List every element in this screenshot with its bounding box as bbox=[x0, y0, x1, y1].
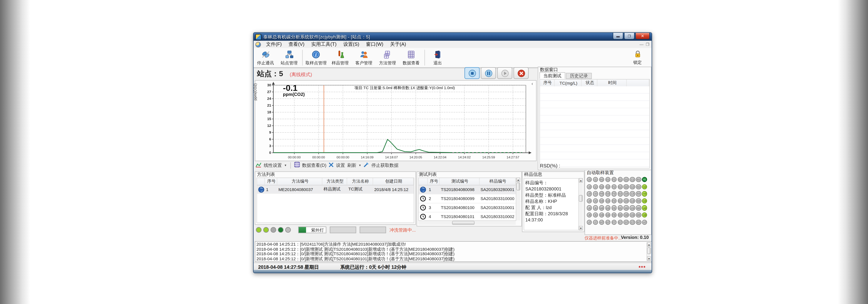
abort-button[interactable] bbox=[514, 67, 529, 79]
well-A7[interactable]: A7 bbox=[642, 219, 647, 225]
well-E5[interactable]: E5 bbox=[618, 205, 623, 210]
linear-settings-caret-icon[interactable]: ▼ bbox=[284, 164, 287, 167]
well-F6[interactable]: F6 bbox=[611, 212, 617, 218]
well-J6[interactable]: J6 bbox=[587, 212, 592, 218]
toolbar-button-样品管理[interactable]: 样品管理 bbox=[329, 48, 352, 67]
mdi-child-control-0[interactable]: — bbox=[640, 42, 644, 46]
test-row[interactable]: 3TS201804080100SA201803310001 bbox=[419, 203, 516, 212]
well-C4[interactable]: C4 bbox=[630, 198, 635, 203]
test-row[interactable]: 1TS201804080098SA201803280001 bbox=[419, 185, 516, 194]
scroll-up-icon[interactable]: ▲ bbox=[579, 178, 583, 182]
well-E7[interactable]: E7 bbox=[618, 219, 623, 225]
well-J2[interactable]: J2 bbox=[587, 184, 592, 189]
pause-button[interactable] bbox=[481, 67, 496, 79]
well-F1[interactable]: F1 bbox=[611, 177, 617, 182]
scroll-up-icon[interactable]: ▲ bbox=[516, 177, 520, 182]
stop-fetch-button[interactable]: 停止获取数据 bbox=[371, 162, 399, 168]
chart-refresh-button[interactable]: 刷新 bbox=[347, 162, 356, 168]
well-H1[interactable]: H1 bbox=[599, 177, 604, 182]
well-I6[interactable]: I6 bbox=[593, 212, 598, 218]
well-I1[interactable]: I1 bbox=[593, 177, 598, 182]
test-list-hscrollbar[interactable] bbox=[418, 220, 516, 225]
well-F4[interactable]: F4 bbox=[611, 198, 617, 203]
scroll-down-icon[interactable]: ▼ bbox=[647, 256, 651, 261]
well-A2[interactable]: A2 bbox=[642, 184, 647, 189]
well-E2[interactable]: E2 bbox=[618, 184, 623, 189]
well-H5[interactable]: H5 bbox=[599, 205, 604, 210]
well-C6[interactable]: C6 bbox=[630, 212, 635, 218]
well-I5[interactable]: I5 bbox=[593, 205, 598, 210]
well-D6[interactable]: D6 bbox=[624, 212, 629, 218]
lock-button[interactable]: 锁定 bbox=[626, 48, 649, 67]
test-row[interactable]: 2TS201804080099SA201803310000 bbox=[419, 194, 516, 203]
menu-item-3[interactable]: 设置(S) bbox=[340, 41, 363, 48]
tab-历史记录[interactable]: 历史记录 bbox=[566, 73, 592, 79]
well-H6[interactable]: H6 bbox=[599, 212, 604, 218]
well-G2[interactable]: G2 bbox=[605, 184, 611, 189]
well-D4[interactable]: D4 bbox=[624, 198, 629, 203]
well-J4[interactable]: J4 bbox=[587, 198, 592, 203]
well-I3[interactable]: I3 bbox=[593, 191, 598, 197]
mdi-child-control-1[interactable]: ❐ bbox=[646, 42, 649, 47]
well-C1[interactable]: C1 bbox=[630, 177, 635, 182]
well-C5[interactable]: C5 bbox=[630, 205, 635, 210]
well-B3[interactable]: B3 bbox=[636, 191, 641, 197]
well-B7[interactable]: B7 bbox=[636, 219, 641, 225]
well-G4[interactable]: G4 bbox=[605, 198, 611, 203]
well-B4[interactable]: B4 bbox=[636, 198, 641, 203]
toolbar-button-数据查看[interactable]: 数据查看 bbox=[399, 48, 423, 67]
well-F5[interactable]: F5 bbox=[611, 205, 617, 210]
well-E3[interactable]: E3 bbox=[618, 191, 623, 197]
test-list-vscrollbar[interactable]: ▲ bbox=[516, 177, 520, 220]
close-button[interactable]: ✕ bbox=[635, 33, 650, 40]
chart-data-view-button[interactable]: 数据查看(D) bbox=[302, 162, 327, 168]
menu-item-2[interactable]: 实用工具(T) bbox=[308, 41, 340, 48]
sample-info-vscrollbar[interactable]: ▲ ▼ bbox=[578, 178, 583, 230]
well-C3[interactable]: C3 bbox=[630, 191, 635, 197]
well-F7[interactable]: F7 bbox=[611, 219, 617, 225]
scroll-down-icon[interactable]: ▼ bbox=[579, 226, 583, 230]
well-J5[interactable]: J5 bbox=[587, 205, 592, 210]
well-C7[interactable]: C7 bbox=[630, 219, 635, 225]
menu-item-4[interactable]: 窗口(W) bbox=[363, 41, 386, 48]
linear-settings-button[interactable]: 线性设置 bbox=[264, 162, 282, 168]
tab-当前测试[interactable]: 当前测试 bbox=[539, 72, 565, 79]
test-row[interactable]: 4TS201804080101SA201803310002 bbox=[419, 212, 516, 221]
well-I7[interactable]: I7 bbox=[593, 219, 598, 225]
maximize-button[interactable]: ❐ bbox=[624, 33, 634, 40]
well-A5[interactable]: A5 bbox=[642, 205, 647, 210]
toolbar-button-站点管理[interactable]: 站点管理 bbox=[277, 48, 301, 67]
well-G5[interactable]: G5 bbox=[605, 205, 611, 210]
chart-settings-button[interactable]: 设置 bbox=[336, 162, 345, 168]
well-A6[interactable]: A6 bbox=[642, 212, 647, 218]
menu-item-5[interactable]: 关于(A) bbox=[386, 41, 409, 48]
refresh-caret-icon[interactable]: ▼ bbox=[359, 164, 361, 167]
well-B1[interactable]: B1 bbox=[636, 177, 641, 182]
well-H3[interactable]: H3 bbox=[599, 191, 604, 197]
scroll-up-icon[interactable]: ▲ bbox=[647, 242, 651, 247]
well-A1[interactable]: A1 bbox=[642, 177, 647, 182]
well-B2[interactable]: B2 bbox=[636, 184, 641, 189]
well-B6[interactable]: B6 bbox=[636, 212, 641, 218]
well-F2[interactable]: F2 bbox=[611, 184, 617, 189]
well-J7[interactable]: J7 bbox=[587, 219, 592, 225]
well-H4[interactable]: H4 bbox=[599, 198, 604, 203]
well-H2[interactable]: H2 bbox=[599, 184, 604, 189]
well-D2[interactable]: D2 bbox=[624, 184, 629, 189]
well-G6[interactable]: G6 bbox=[605, 212, 611, 218]
well-B5[interactable]: B5 bbox=[636, 205, 641, 210]
well-A4[interactable]: A4 bbox=[642, 198, 647, 203]
well-I2[interactable]: I2 bbox=[593, 184, 598, 189]
well-D3[interactable]: D3 bbox=[624, 191, 629, 197]
toolbar-button-方法管理[interactable]: 方法管理 bbox=[376, 48, 399, 67]
well-G7[interactable]: G7 bbox=[605, 219, 611, 225]
menu-item-1[interactable]: 查看(V) bbox=[285, 41, 308, 48]
toolbar-button-取样点管理[interactable]: i取样点管理 bbox=[304, 48, 329, 67]
well-E1[interactable]: E1 bbox=[618, 177, 623, 182]
well-A3[interactable]: A3 bbox=[642, 191, 647, 197]
method-row[interactable]: 1ME201804080037样品测试TC测试2018/4/8 14:25:12 bbox=[257, 185, 414, 194]
well-D1[interactable]: D1 bbox=[624, 177, 629, 182]
well-D7[interactable]: D7 bbox=[624, 219, 629, 225]
well-G1[interactable]: G1 bbox=[605, 177, 611, 182]
well-E6[interactable]: E6 bbox=[618, 212, 623, 218]
